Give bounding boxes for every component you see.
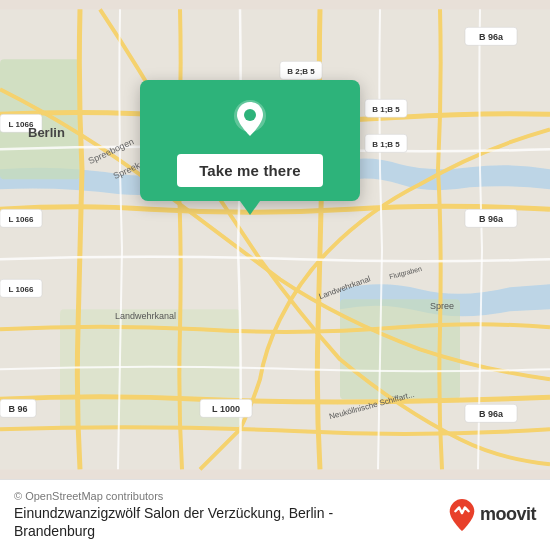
moovit-brand-text: moovit	[480, 504, 536, 525]
svg-text:Berlin: Berlin	[28, 125, 65, 140]
place-name: Einundzwanzigzwölf Salon der Verzückung,…	[14, 504, 394, 540]
svg-text:B 1;B 5: B 1;B 5	[372, 140, 400, 149]
location-pin-icon	[229, 98, 271, 140]
svg-text:B 96: B 96	[8, 404, 27, 414]
svg-text:B 96a: B 96a	[479, 32, 504, 42]
svg-text:B 1;B 5: B 1;B 5	[372, 105, 400, 114]
map-tiles: B 96a B 1;B 5 B 2;B 5 B 1;B 5 B 96a B 96…	[0, 0, 550, 479]
svg-text:Landwehrkanal: Landwehrkanal	[115, 311, 176, 321]
take-me-there-button[interactable]: Take me there	[177, 154, 323, 187]
map-view: B 96a B 1;B 5 B 2;B 5 B 1;B 5 B 96a B 96…	[0, 0, 550, 479]
bottom-bar: © OpenStreetMap contributors Einundzwanz…	[0, 479, 550, 550]
bottom-left-info: © OpenStreetMap contributors Einundzwanz…	[14, 490, 394, 540]
svg-text:L 1066: L 1066	[9, 215, 34, 224]
svg-text:B 96a: B 96a	[479, 409, 504, 419]
svg-text:Spree: Spree	[430, 301, 454, 311]
svg-text:L 1066: L 1066	[9, 285, 34, 294]
svg-text:L 1000: L 1000	[212, 404, 240, 414]
location-popup: Take me there	[140, 80, 360, 201]
moovit-logo: moovit	[448, 498, 536, 532]
moovit-pin-icon	[448, 498, 476, 532]
svg-text:B 96a: B 96a	[479, 214, 504, 224]
app-container: B 96a B 1;B 5 B 2;B 5 B 1;B 5 B 96a B 96…	[0, 0, 550, 550]
svg-text:B 2;B 5: B 2;B 5	[287, 67, 315, 76]
map-attribution: © OpenStreetMap contributors	[14, 490, 394, 502]
svg-point-36	[244, 109, 256, 121]
